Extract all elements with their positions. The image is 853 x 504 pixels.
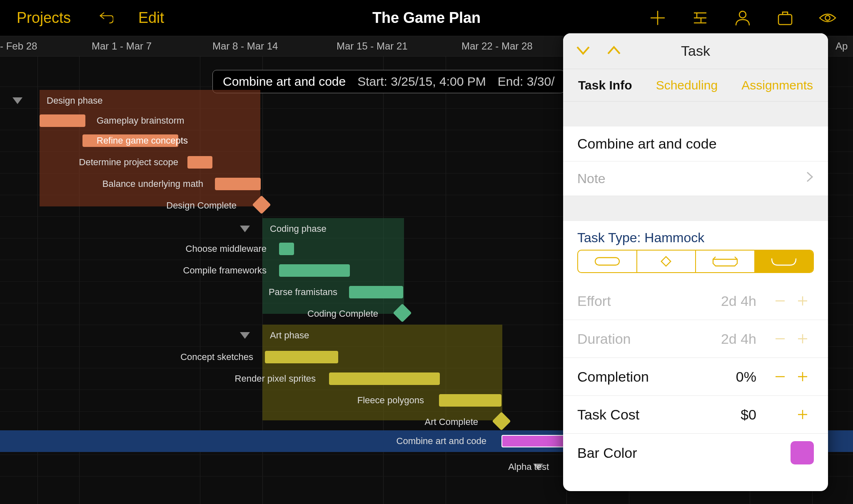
milestone-label: Design Complete bbox=[166, 200, 237, 211]
task-type-label: Task Type: Hammock bbox=[563, 221, 828, 250]
tab-scheduling[interactable]: Scheduling bbox=[656, 78, 718, 92]
milestone-diamond-icon[interactable] bbox=[393, 303, 412, 322]
svg-rect-3 bbox=[595, 258, 619, 265]
task-bar[interactable] bbox=[40, 114, 85, 127]
chevron-right-icon bbox=[806, 171, 814, 186]
group-design-label: Design phase bbox=[47, 95, 103, 106]
milestone-label: Coding Complete bbox=[307, 308, 378, 319]
nav-up-icon[interactable] bbox=[606, 45, 622, 58]
svg-point-0 bbox=[739, 11, 746, 18]
task-bar[interactable] bbox=[187, 156, 212, 169]
task-label: Gameplay brainstorm bbox=[97, 115, 184, 126]
completion-row: Completion 0% bbox=[563, 358, 828, 396]
duration-plus-button[interactable] bbox=[791, 328, 814, 350]
duration-label: Duration bbox=[577, 331, 721, 347]
group-art-label: Art phase bbox=[270, 330, 309, 341]
undo-icon[interactable] bbox=[96, 9, 113, 27]
task-label: Compile frameworks bbox=[183, 265, 267, 276]
effort-plus-button[interactable] bbox=[791, 290, 814, 312]
effort-minus-button[interactable] bbox=[769, 290, 791, 312]
completion-value: 0% bbox=[736, 369, 756, 385]
task-name-field[interactable]: Combine art and code bbox=[563, 127, 828, 161]
milestone-label: Art Complete bbox=[425, 417, 478, 427]
tab-assignments[interactable]: Assignments bbox=[741, 78, 813, 92]
disclosure-triangle-icon[interactable] bbox=[240, 332, 250, 339]
task-type-segmented-control[interactable] bbox=[577, 250, 814, 273]
svg-rect-1 bbox=[778, 15, 792, 25]
effort-label: Effort bbox=[577, 293, 721, 309]
completion-label: Completion bbox=[577, 369, 736, 385]
task-bar[interactable] bbox=[329, 372, 440, 385]
tooltip-task-name: Combine art and code bbox=[223, 74, 346, 89]
task-bar[interactable] bbox=[349, 286, 403, 298]
svg-point-2 bbox=[825, 15, 830, 20]
popover-header: Task bbox=[563, 33, 828, 69]
eye-icon[interactable] bbox=[819, 9, 836, 27]
duration-minus-button[interactable] bbox=[769, 328, 791, 350]
task-bar[interactable] bbox=[279, 264, 350, 277]
person-icon[interactable] bbox=[734, 9, 751, 27]
task-label: Fleece polygons bbox=[357, 395, 424, 406]
ruler-segment: Mar 1 - Mar 7 bbox=[87, 36, 156, 56]
bar-color-row[interactable]: Bar Color bbox=[563, 434, 828, 472]
ruler-segment: Ap bbox=[831, 36, 852, 56]
task-bar[interactable] bbox=[215, 178, 261, 190]
document-title: The Game Plan bbox=[372, 9, 481, 27]
group-coding-label: Coding phase bbox=[270, 223, 327, 234]
briefcase-icon[interactable] bbox=[776, 9, 794, 27]
bar-color-label: Bar Color bbox=[577, 445, 791, 461]
edit-button[interactable]: Edit bbox=[138, 9, 164, 27]
duration-value: 2d 4h bbox=[721, 331, 756, 347]
tab-task-info[interactable]: Task Info bbox=[578, 78, 632, 92]
popover-tabs: Task Info Scheduling Assignments bbox=[563, 69, 828, 102]
ruler-segment: - Feb 28 bbox=[0, 36, 41, 56]
task-type-hammock[interactable] bbox=[755, 251, 813, 272]
task-type-group[interactable] bbox=[696, 251, 755, 272]
task-bar[interactable] bbox=[439, 394, 501, 407]
completion-minus-button[interactable] bbox=[769, 365, 791, 388]
task-bar[interactable] bbox=[279, 243, 294, 255]
task-label: Refine game concepts bbox=[97, 135, 188, 146]
task-label: Determine project scope bbox=[79, 157, 178, 168]
completion-plus-button[interactable] bbox=[791, 365, 814, 388]
ruler-segment: Mar 15 - Mar 21 bbox=[332, 36, 412, 56]
nav-down-icon[interactable] bbox=[575, 45, 591, 58]
ruler-segment: Mar 22 - Mar 28 bbox=[457, 36, 537, 56]
disclosure-triangle-icon[interactable] bbox=[240, 226, 250, 232]
task-inspector-icon[interactable] bbox=[691, 9, 709, 27]
task-cost-row: Task Cost $0 bbox=[563, 396, 828, 434]
task-label: Render pixel sprites bbox=[235, 373, 316, 384]
plus-icon[interactable] bbox=[649, 9, 666, 27]
task-bar[interactable] bbox=[265, 351, 338, 363]
task-label: Alpha test bbox=[508, 462, 549, 472]
milestone-diamond-icon[interactable] bbox=[252, 195, 271, 214]
note-field[interactable]: Note bbox=[563, 161, 828, 196]
milestone-diamond-icon[interactable] bbox=[492, 412, 511, 430]
task-inspector-popover: Task Task Info Scheduling Assignments Co… bbox=[563, 33, 828, 491]
task-cost-label: Task Cost bbox=[577, 407, 741, 423]
effort-row: Effort 2d 4h bbox=[563, 282, 828, 320]
note-placeholder: Note bbox=[577, 171, 606, 186]
top-toolbar: Projects Edit The Game Plan bbox=[0, 0, 853, 36]
tooltip-end: End: 3/30/ bbox=[498, 74, 555, 89]
task-label: Combine art and code bbox=[397, 436, 486, 447]
disclosure-triangle-icon[interactable] bbox=[12, 97, 22, 104]
ruler-segment: Mar 8 - Mar 14 bbox=[208, 36, 282, 56]
duration-row: Duration 2d 4h bbox=[563, 320, 828, 358]
task-label: Choose middleware bbox=[186, 243, 267, 254]
task-label: Parse framistans bbox=[269, 287, 337, 298]
task-cost-value: $0 bbox=[741, 407, 756, 423]
projects-button[interactable]: Projects bbox=[17, 9, 71, 27]
task-cost-plus-button[interactable] bbox=[791, 403, 814, 426]
task-type-milestone[interactable] bbox=[637, 251, 696, 272]
svg-rect-4 bbox=[661, 257, 671, 266]
popover-title: Task bbox=[681, 43, 710, 59]
bar-color-swatch[interactable] bbox=[791, 441, 814, 464]
task-label: Balance underlying math bbox=[102, 179, 203, 189]
task-type-task[interactable] bbox=[578, 251, 637, 272]
task-name-value: Combine art and code bbox=[577, 136, 717, 152]
tooltip-start: Start: 3/25/15, 4:00 PM bbox=[357, 74, 486, 89]
task-label: Concept sketches bbox=[180, 352, 253, 362]
effort-value: 2d 4h bbox=[721, 293, 756, 309]
